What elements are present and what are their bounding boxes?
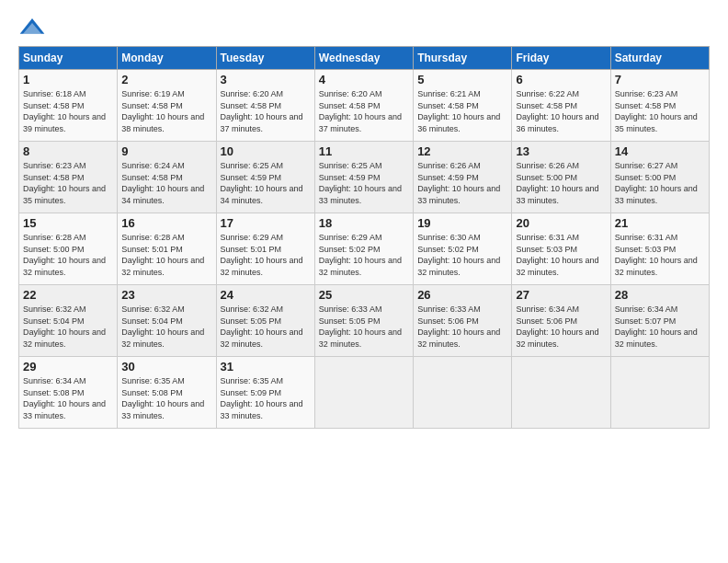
day-number: 6 [516, 73, 606, 86]
day-info: Sunrise: 6:26 AMSunset: 4:59 PMDaylight:… [417, 160, 507, 206]
day-number: 18 [319, 216, 409, 230]
day-number: 9 [121, 144, 211, 158]
day-info: Sunrise: 6:31 AMSunset: 5:03 PMDaylight:… [615, 232, 705, 278]
day-info: Sunrise: 6:25 AMSunset: 4:59 PMDaylight:… [319, 160, 409, 206]
day-number: 26 [417, 288, 507, 302]
calendar-cell: 2Sunrise: 6:19 AMSunset: 4:58 PMDaylight… [118, 70, 216, 142]
day-header-sunday: Sunday [19, 47, 118, 70]
day-info: Sunrise: 6:33 AMSunset: 5:05 PMDaylight:… [319, 304, 409, 350]
calendar-cell [314, 357, 413, 429]
calendar-cell: 4Sunrise: 6:20 AMSunset: 4:58 PMDaylight… [314, 70, 413, 142]
calendar-week-row: 1Sunrise: 6:18 AMSunset: 4:58 PMDaylight… [19, 70, 710, 142]
day-header-friday: Friday [512, 47, 610, 70]
calendar-cell: 16Sunrise: 6:28 AMSunset: 5:01 PMDayligh… [118, 213, 216, 285]
day-info: Sunrise: 6:28 AMSunset: 5:00 PMDaylight:… [23, 232, 113, 278]
day-number: 30 [121, 360, 211, 373]
day-number: 13 [516, 144, 606, 158]
calendar-cell: 5Sunrise: 6:21 AMSunset: 4:58 PMDaylight… [414, 70, 512, 142]
day-info: Sunrise: 6:32 AMSunset: 5:04 PMDaylight:… [121, 304, 211, 350]
day-number: 5 [417, 73, 507, 86]
day-number: 12 [417, 144, 507, 158]
day-number: 4 [319, 73, 409, 86]
calendar-table: SundayMondayTuesdayWednesdayThursdayFrid… [18, 46, 710, 429]
day-number: 21 [615, 216, 705, 230]
day-number: 15 [23, 216, 113, 230]
calendar-week-row: 15Sunrise: 6:28 AMSunset: 5:00 PMDayligh… [19, 213, 710, 285]
calendar-cell: 10Sunrise: 6:25 AMSunset: 4:59 PMDayligh… [216, 142, 314, 213]
day-number: 3 [221, 73, 311, 86]
day-info: Sunrise: 6:24 AMSunset: 4:58 PMDaylight:… [121, 160, 211, 206]
calendar-cell: 27Sunrise: 6:34 AMSunset: 5:06 PMDayligh… [512, 285, 610, 357]
calendar-cell: 11Sunrise: 6:25 AMSunset: 4:59 PMDayligh… [314, 142, 413, 213]
day-info: Sunrise: 6:23 AMSunset: 4:58 PMDaylight:… [23, 160, 113, 206]
calendar-cell: 7Sunrise: 6:23 AMSunset: 4:58 PMDaylight… [610, 70, 709, 142]
day-info: Sunrise: 6:25 AMSunset: 4:59 PMDaylight:… [221, 160, 311, 206]
calendar-week-row: 29Sunrise: 6:34 AMSunset: 5:08 PMDayligh… [19, 357, 710, 429]
calendar-cell: 12Sunrise: 6:26 AMSunset: 4:59 PMDayligh… [414, 142, 512, 213]
calendar-cell: 6Sunrise: 6:22 AMSunset: 4:58 PMDaylight… [512, 70, 610, 142]
calendar-cell [414, 357, 512, 429]
day-info: Sunrise: 6:29 AMSunset: 5:02 PMDaylight:… [319, 232, 409, 278]
day-info: Sunrise: 6:19 AMSunset: 4:58 PMDaylight:… [121, 88, 211, 134]
calendar-cell: 29Sunrise: 6:34 AMSunset: 5:08 PMDayligh… [19, 357, 118, 429]
day-info: Sunrise: 6:28 AMSunset: 5:01 PMDaylight:… [121, 232, 211, 278]
header [18, 17, 710, 39]
day-info: Sunrise: 6:31 AMSunset: 5:03 PMDaylight:… [516, 232, 606, 278]
day-info: Sunrise: 6:34 AMSunset: 5:07 PMDaylight:… [615, 304, 705, 350]
day-info: Sunrise: 6:35 AMSunset: 5:08 PMDaylight:… [121, 375, 211, 421]
calendar-cell: 17Sunrise: 6:29 AMSunset: 5:01 PMDayligh… [216, 213, 314, 285]
day-number: 25 [319, 288, 409, 302]
day-number: 22 [23, 288, 113, 302]
calendar-cell: 1Sunrise: 6:18 AMSunset: 4:58 PMDaylight… [19, 70, 118, 142]
calendar-cell: 3Sunrise: 6:20 AMSunset: 4:58 PMDaylight… [216, 70, 314, 142]
logo-icon [18, 17, 46, 39]
calendar-week-row: 8Sunrise: 6:23 AMSunset: 4:58 PMDaylight… [19, 142, 710, 213]
day-header-tuesday: Tuesday [216, 47, 314, 70]
day-info: Sunrise: 6:27 AMSunset: 5:00 PMDaylight:… [615, 160, 705, 206]
calendar-week-row: 22Sunrise: 6:32 AMSunset: 5:04 PMDayligh… [19, 285, 710, 357]
calendar-cell: 20Sunrise: 6:31 AMSunset: 5:03 PMDayligh… [512, 213, 610, 285]
logo [18, 17, 50, 39]
calendar-cell: 25Sunrise: 6:33 AMSunset: 5:05 PMDayligh… [314, 285, 413, 357]
calendar-cell: 26Sunrise: 6:33 AMSunset: 5:06 PMDayligh… [414, 285, 512, 357]
day-info: Sunrise: 6:33 AMSunset: 5:06 PMDaylight:… [417, 304, 507, 350]
day-info: Sunrise: 6:32 AMSunset: 5:04 PMDaylight:… [23, 304, 113, 350]
calendar-cell: 8Sunrise: 6:23 AMSunset: 4:58 PMDaylight… [19, 142, 118, 213]
day-info: Sunrise: 6:23 AMSunset: 4:58 PMDaylight:… [615, 88, 705, 134]
day-header-saturday: Saturday [610, 47, 709, 70]
calendar-cell [610, 357, 709, 429]
day-info: Sunrise: 6:21 AMSunset: 4:58 PMDaylight:… [417, 88, 507, 134]
day-header-wednesday: Wednesday [314, 47, 413, 70]
day-info: Sunrise: 6:22 AMSunset: 4:58 PMDaylight:… [516, 88, 606, 134]
day-info: Sunrise: 6:20 AMSunset: 4:58 PMDaylight:… [319, 88, 409, 134]
calendar-cell: 24Sunrise: 6:32 AMSunset: 5:05 PMDayligh… [216, 285, 314, 357]
calendar-cell: 31Sunrise: 6:35 AMSunset: 5:09 PMDayligh… [216, 357, 314, 429]
day-number: 29 [23, 360, 113, 373]
day-number: 14 [615, 144, 705, 158]
calendar-cell [512, 357, 610, 429]
day-number: 2 [121, 73, 211, 86]
day-info: Sunrise: 6:18 AMSunset: 4:58 PMDaylight:… [23, 88, 113, 134]
calendar-cell: 13Sunrise: 6:26 AMSunset: 5:00 PMDayligh… [512, 142, 610, 213]
calendar-cell: 22Sunrise: 6:32 AMSunset: 5:04 PMDayligh… [19, 285, 118, 357]
day-number: 20 [516, 216, 606, 230]
calendar-cell: 28Sunrise: 6:34 AMSunset: 5:07 PMDayligh… [610, 285, 709, 357]
day-number: 8 [23, 144, 113, 158]
calendar-cell: 9Sunrise: 6:24 AMSunset: 4:58 PMDaylight… [118, 142, 216, 213]
calendar-cell: 18Sunrise: 6:29 AMSunset: 5:02 PMDayligh… [314, 213, 413, 285]
day-info: Sunrise: 6:35 AMSunset: 5:09 PMDaylight:… [221, 375, 311, 421]
day-header-thursday: Thursday [414, 47, 512, 70]
calendar-cell: 23Sunrise: 6:32 AMSunset: 5:04 PMDayligh… [118, 285, 216, 357]
day-number: 19 [417, 216, 507, 230]
calendar-cell: 30Sunrise: 6:35 AMSunset: 5:08 PMDayligh… [118, 357, 216, 429]
day-header-monday: Monday [118, 47, 216, 70]
day-info: Sunrise: 6:34 AMSunset: 5:08 PMDaylight:… [23, 375, 113, 421]
day-number: 1 [23, 73, 113, 86]
day-info: Sunrise: 6:30 AMSunset: 5:02 PMDaylight:… [417, 232, 507, 278]
day-number: 16 [121, 216, 211, 230]
day-info: Sunrise: 6:34 AMSunset: 5:06 PMDaylight:… [516, 304, 606, 350]
calendar-cell: 21Sunrise: 6:31 AMSunset: 5:03 PMDayligh… [610, 213, 709, 285]
day-number: 23 [121, 288, 211, 302]
calendar-cell: 14Sunrise: 6:27 AMSunset: 5:00 PMDayligh… [610, 142, 709, 213]
day-info: Sunrise: 6:20 AMSunset: 4:58 PMDaylight:… [221, 88, 311, 134]
